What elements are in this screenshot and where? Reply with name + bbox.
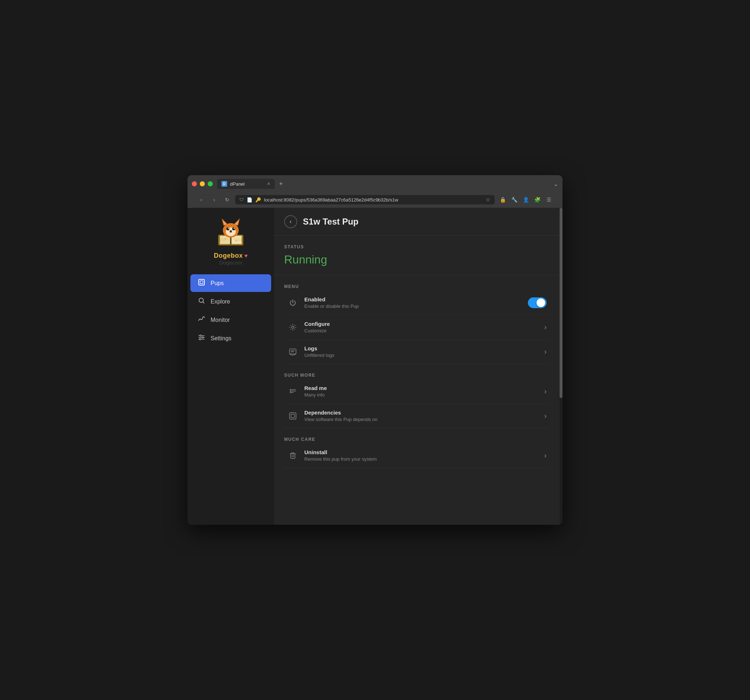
- back-nav-btn[interactable]: ‹: [196, 195, 206, 205]
- status-value: Running: [284, 253, 550, 266]
- svg-point-21: [235, 240, 237, 241]
- svg-line-25: [203, 302, 204, 304]
- uninstall-chevron: [544, 451, 547, 460]
- readme-title: Read me: [304, 385, 538, 391]
- close-traffic-light[interactable]: [192, 181, 197, 186]
- svg-rect-45: [289, 413, 296, 419]
- browser-chrome: D dPanel ✕ + ⌄ ‹ › ↻ 🛡 📄 🔑 localhost:808…: [188, 175, 562, 208]
- fullscreen-traffic-light[interactable]: [208, 181, 213, 186]
- readme-desc: Many info: [304, 392, 538, 398]
- readme-text: Read me Many info: [304, 385, 538, 398]
- dependencies-title: Dependencies: [304, 410, 538, 416]
- svg-point-44: [290, 392, 291, 393]
- account-icon[interactable]: 👤: [521, 195, 531, 205]
- browser-toolbar-icons: 🔒 🔧 👤 🧩 ☰: [498, 195, 554, 205]
- settings-icon: [198, 334, 206, 343]
- page-icon: 📄: [247, 197, 252, 203]
- svg-point-32: [292, 326, 294, 329]
- minimize-traffic-light[interactable]: [200, 181, 205, 186]
- monitor-icon: [198, 315, 206, 324]
- heart-icon: ♥: [244, 253, 248, 259]
- enabled-title: Enabled: [304, 296, 522, 302]
- scrollbar[interactable]: [559, 208, 562, 525]
- back-icon: ‹: [289, 218, 291, 225]
- sidebar-logo: Dogebox ♥ Dogecom: [188, 208, 274, 272]
- uninstall-desc: Remove this pup from your system: [304, 456, 538, 462]
- svg-point-14: [234, 228, 235, 229]
- svg-point-15: [230, 230, 232, 232]
- svg-point-29: [202, 337, 203, 338]
- tab-bar: D dPanel ✕ + ⌄: [217, 179, 558, 189]
- settings-label: Settings: [211, 335, 232, 342]
- menu-item-uninstall[interactable]: Uninstall Remove this pup from your syst…: [284, 444, 550, 468]
- status-label: STATUS: [284, 244, 550, 249]
- menu-icon[interactable]: ☰: [544, 195, 554, 205]
- svg-point-43: [290, 390, 291, 391]
- main-content: ‹ S1w Test Pup STATUS Running MENU: [274, 208, 559, 525]
- tab-close-btn[interactable]: ✕: [267, 181, 270, 186]
- svg-rect-23: [200, 281, 203, 284]
- extensions-icon[interactable]: 🧩: [532, 195, 542, 205]
- readme-chevron: [544, 387, 547, 395]
- menu-item-dependencies[interactable]: Dependencies View software this Pup depe…: [284, 404, 550, 428]
- configure-title: Configure: [304, 321, 538, 327]
- active-tab[interactable]: D dPanel ✕: [217, 179, 275, 189]
- sidebar-item-explore[interactable]: Explore: [191, 293, 271, 310]
- scrollbar-thumb[interactable]: [559, 208, 562, 398]
- much-care-section: MUCH CARE Uninstall Rem: [274, 428, 559, 476]
- menu-item-logs[interactable]: Logs Unfiltered logs: [284, 339, 550, 364]
- menu-item-enabled[interactable]: Enabled Enable or disable this Pup: [284, 290, 550, 315]
- enabled-text: Enabled Enable or disable this Pup: [304, 296, 522, 309]
- tab-overflow-btn[interactable]: ⌄: [553, 181, 558, 187]
- tools-icon[interactable]: 🔧: [509, 195, 519, 205]
- dogebox-logo-image: [215, 216, 247, 249]
- logs-chevron: [544, 347, 547, 356]
- monitor-label: Monitor: [211, 317, 230, 323]
- url-text: localhost:8082/pups/536a369abaa27c6a5126…: [264, 197, 398, 203]
- sidebar-item-settings[interactable]: Settings: [191, 330, 271, 347]
- svg-point-20: [224, 238, 226, 240]
- such-more-section: SUCH MORE Read me: [274, 364, 559, 428]
- readme-icon: [287, 386, 298, 397]
- svg-rect-46: [291, 414, 295, 418]
- refresh-nav-btn[interactable]: ↻: [222, 195, 232, 205]
- svg-point-11: [226, 227, 229, 230]
- explore-label: Explore: [211, 298, 230, 305]
- title-bar: D dPanel ✕ + ⌄: [192, 179, 558, 189]
- menu-section: MENU Enabled Enable or disable this Pup: [274, 275, 559, 364]
- page-header: ‹ S1w Test Pup: [274, 208, 559, 236]
- sidebar-item-monitor[interactable]: Monitor: [191, 311, 271, 329]
- enabled-desc: Enable or disable this Pup: [304, 304, 522, 309]
- dogebox-subtitle: Dogecom: [219, 259, 242, 266]
- configure-desc: Customize: [304, 328, 538, 333]
- back-button[interactable]: ‹: [284, 215, 297, 228]
- bookmark-icon[interactable]: ☆: [486, 197, 490, 203]
- shield-icon: 🛡: [240, 197, 244, 202]
- dependencies-icon: [287, 410, 298, 422]
- logs-icon: [287, 346, 298, 358]
- pocket-icon[interactable]: 🔒: [498, 195, 508, 205]
- status-section: STATUS Running: [274, 236, 559, 275]
- traffic-lights: [192, 181, 213, 186]
- svg-point-31: [200, 338, 201, 340]
- dogebox-name: Dogebox: [214, 252, 243, 259]
- much-care-label: MUCH CARE: [284, 437, 550, 442]
- configure-icon: [287, 321, 298, 333]
- dependencies-chevron: [544, 411, 547, 420]
- enabled-toggle[interactable]: [528, 297, 547, 308]
- menu-item-readme[interactable]: Read me Many info: [284, 379, 550, 404]
- browser-toolbar: ‹ › ↻ 🛡 📄 🔑 localhost:8082/pups/536a369a…: [192, 192, 558, 208]
- sidebar-item-pups[interactable]: Pups: [191, 274, 271, 292]
- address-bar[interactable]: 🛡 📄 🔑 localhost:8082/pups/536a369abaa27c…: [235, 195, 495, 204]
- svg-rect-33: [289, 349, 296, 354]
- pups-icon: [198, 279, 206, 288]
- menu-item-configure[interactable]: Configure Customize: [284, 315, 550, 339]
- explore-icon: [198, 297, 206, 306]
- forward-nav-btn[interactable]: ›: [209, 195, 219, 205]
- sidebar-nav: Pups Explore: [188, 272, 274, 350]
- pups-label: Pups: [211, 280, 224, 287]
- uninstall-title: Uninstall: [304, 449, 538, 455]
- power-icon: [287, 297, 298, 309]
- configure-text: Configure Customize: [304, 321, 538, 333]
- new-tab-btn[interactable]: +: [276, 180, 286, 188]
